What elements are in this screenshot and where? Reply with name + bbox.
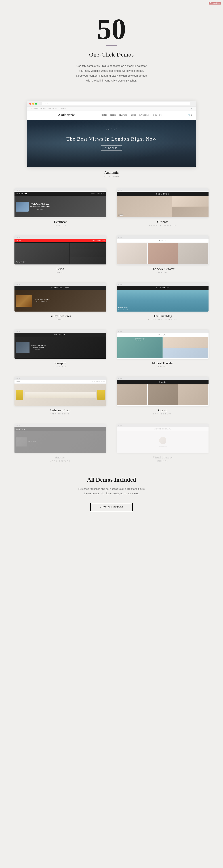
hero-cta-button[interactable]: VIEW POST	[101, 146, 122, 151]
demo-name: Gossip	[117, 408, 209, 412]
demo-item-viewport[interactable]: VIEWPORT Exclusive: Get a First Lookat t…	[14, 330, 106, 368]
top-bar-links: FACEBOOK TWITTER INSTAGRAM PINTEREST	[31, 107, 66, 109]
thumb-hero: Cuisine: Got a First Lookat the Fall Rec…	[14, 290, 106, 312]
hero-underline	[106, 45, 117, 46]
thumb-dot-3	[121, 284, 122, 285]
thumb-content: HEARTBEAT HOMEABOUTBLOG Train What Made …	[14, 192, 106, 217]
hero-title: One-Click Demos	[36, 51, 187, 58]
demo-thumb-visual-therapy: VISUAL THERAPY Minimal Design	[117, 424, 209, 453]
thumb-content: GIRLBOSS FashionCollection	[117, 192, 209, 217]
demo-name: Ordinary Chaos	[14, 408, 106, 412]
browser-toolbar: authentic-theme.com	[27, 101, 196, 106]
thumb-grid	[117, 384, 209, 406]
thumb-grid: Colorful Cottages ThatDisappeared Coastl…	[117, 337, 209, 359]
hero-description: Use fifty completely unique concepts as …	[66, 63, 157, 83]
site-top-bar: FACEBOOK TWITTER INSTAGRAM PINTEREST 🔍	[27, 106, 196, 111]
thumb-header: STYLE	[117, 239, 209, 243]
demo-name: Visual Therapy	[117, 456, 209, 459]
demo-item-grind[interactable]: GRIND VIRAL · NEWS · TECH Video: Amazing…	[14, 236, 106, 274]
thumb-content: Traveler Colorful Cottages ThatDisappear…	[117, 333, 209, 359]
view-all-button[interactable]: View All Demos	[90, 503, 133, 512]
thumb-grid: FashionCollection	[117, 196, 209, 217]
browser-content: FACEBOOK TWITTER INSTAGRAM PINTEREST 🔍 ≡…	[27, 106, 196, 167]
demo-item-heartbeat[interactable]: HEARTBEAT HOMEABOUTBLOG Train What Made …	[14, 188, 106, 226]
thumb-dot-1	[15, 237, 17, 238]
demo-thumb-ordinary-chaos: Sattor HOMEABOUTSHOP	[14, 377, 106, 406]
thumb-browser-bar	[117, 188, 209, 192]
watermark: Alleyun.Com	[209, 2, 221, 4]
bottom-title: All Demos Included	[36, 476, 187, 483]
demo-item-style-curator[interactable]: STYLE The Style Curator PERSONAL	[117, 236, 209, 274]
demo-name: Modest Traveler	[117, 361, 209, 365]
thumb-main-image: FashionCollection	[117, 196, 171, 217]
demos-grid: HEARTBEAT HOMEABOUTBLOG Train What Made …	[0, 185, 223, 466]
thumb-dot-3	[19, 425, 20, 426]
thumb-dot-1	[118, 378, 119, 379]
demo-thumb-style-curator: STYLE	[117, 236, 209, 265]
browser-max-dot	[35, 103, 37, 105]
coffee-table	[25, 392, 96, 398]
hero-image: 〜 ˜ ~ ˜ The Best Views in London Right N…	[27, 120, 196, 167]
thumb-dot-1	[15, 284, 17, 285]
thumb-hero: Exclusive: Get a First Lookat the Fall C…	[14, 337, 106, 359]
thumb-content: VISUAL THERAPY Minimal Design	[117, 427, 209, 453]
thumb-dot-3	[121, 331, 122, 332]
browser-url-bar: authentic-theme.com	[42, 102, 190, 105]
thumb-content: STYLE	[117, 239, 209, 265]
thumb-header: LUXEMAG	[117, 286, 209, 290]
thumb-browser-bar	[14, 424, 106, 427]
demo-category: LIFESTYLE	[14, 366, 106, 368]
demo-item-visual-therapy[interactable]: VISUAL THERAPY Minimal Design Visual The…	[117, 424, 209, 462]
circle-decoration	[159, 437, 166, 444]
hero-section: 50 One-Click Demos Use fifty completely …	[0, 0, 223, 94]
hero-heading: The Best Views in London Right Now	[66, 136, 157, 142]
main-demo-browser: authentic-theme.com FACEBOOK TWITTER INS…	[27, 101, 196, 167]
thumb-dot-1	[15, 378, 17, 379]
demo-category: INTERIOR DESIGN	[14, 413, 106, 415]
thumb-browser-bar	[14, 283, 106, 286]
thumb-content: Gossip	[117, 380, 209, 406]
thumb-hero: Luxury Travel Discover the world	[117, 290, 209, 312]
hamburger-icon: ≡	[31, 114, 32, 117]
demo-item-guilty-pleasures[interactable]: Guilty Pleasures Cuisine: Got a First Lo…	[14, 283, 106, 320]
thumb-dot-1	[118, 331, 119, 332]
thumb-browser-bar	[14, 377, 106, 380]
thumb-browser-bar	[117, 283, 209, 286]
demo-category: LUXURIOUS LIFESTYLE	[117, 319, 209, 320]
thumb-header: GIRLBOSS	[117, 192, 209, 196]
demo-category: MINIMAL	[117, 460, 209, 462]
demo-thumb-gossip: Gossip	[117, 377, 209, 406]
thumb-header: Guilty Pleasures	[14, 286, 106, 290]
thumb-header: SATTOR	[14, 427, 106, 431]
demo-category: LIFESTYLE	[14, 225, 106, 226]
hero-number: 50	[36, 14, 187, 43]
demo-category: ART & CULTURE	[14, 460, 106, 462]
thumb-text: Cuisine: Got a First Lookat the Fall Rec…	[34, 299, 51, 303]
demo-item-another[interactable]: SATTOR Art & Culture Another ART & CULTU…	[14, 424, 106, 462]
thumb-dot-2	[17, 284, 18, 285]
demo-thumb-another: SATTOR Art & Culture	[14, 424, 106, 453]
demo-name: Guilty Pleasures	[14, 314, 106, 318]
demo-name: The Style Curator	[117, 267, 209, 271]
demo-item-girlboss[interactable]: GIRLBOSS FashionCollection Girlboss BEAU…	[117, 188, 209, 226]
browser-close-dot	[29, 103, 31, 105]
demo-item-luxemag[interactable]: LUXEMAG Luxury Travel Discover the world…	[117, 283, 209, 320]
thumb-dot-3	[19, 378, 20, 379]
demo-name: Girlboss	[117, 220, 209, 224]
thumb-dot-2	[17, 425, 18, 426]
demo-item-gossip[interactable]: Gossip Gossip FASHION BLOG	[117, 377, 209, 415]
thumb-browser-bar	[14, 236, 106, 239]
thumb-dot-2	[120, 190, 121, 191]
main-travel-image: Colorful Cottages ThatDisappeared Coastl…	[117, 337, 163, 358]
thumb-dot-1	[15, 425, 17, 426]
thumb-dot-3	[121, 378, 122, 379]
chair-left	[16, 390, 23, 400]
thumb-content: SATTOR Art & Culture	[14, 427, 106, 453]
thumb-dot-2	[120, 331, 121, 332]
demo-item-modest-traveler[interactable]: Traveler Colorful Cottages ThatDisappear…	[117, 330, 209, 368]
thumb-header: Sattor HOMEABOUTSHOP	[14, 380, 106, 384]
thumb-hero: Art & Culture	[14, 431, 106, 453]
demo-item-ordinary-chaos[interactable]: Sattor HOMEABOUTSHOP Ordinary Chaos INTE…	[14, 377, 106, 415]
main-demo-category: MAIN DEMO	[27, 176, 196, 178]
main-demo-container: authentic-theme.com FACEBOOK TWITTER INS…	[0, 94, 223, 185]
